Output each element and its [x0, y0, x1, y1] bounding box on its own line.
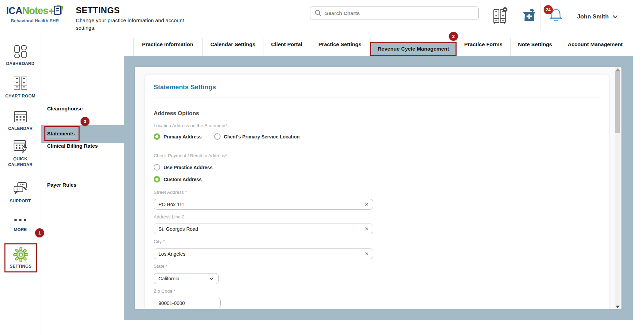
zip-code-label: Zip Code *	[154, 289, 176, 294]
prescription-icon[interactable]	[522, 9, 537, 24]
radio-use-practice-address-row: Use Practice Address	[154, 164, 212, 171]
state-select-value: California	[158, 276, 179, 281]
radio-custom-address-row: Custom Address	[154, 176, 202, 183]
vertical-scrollbar	[615, 67, 620, 309]
document-icon	[53, 4, 64, 18]
app-header: ICANotes+ Behavioral Health EHR SETTINGS…	[0, 0, 644, 33]
city-label: City *	[154, 239, 165, 244]
submenu-item-clinical-billing-rates[interactable]: Clinical Billing Rates	[47, 143, 98, 149]
scroll-up-arrow[interactable]	[616, 68, 620, 71]
statements-settings-card: Statements Settings Address Options Loca…	[145, 75, 609, 309]
icanotes-logo[interactable]: ICANotes+ Behavioral Health EHR	[6, 4, 71, 23]
radio-on-icon	[154, 133, 160, 140]
zip-code-input[interactable]	[154, 298, 221, 308]
more-dots-icon	[14, 219, 26, 221]
annotation-box-revenue-cycle-tab: Revenue Cycle Management	[370, 42, 457, 56]
calendar-icon	[13, 109, 28, 124]
sidebar-item-support[interactable]: SUPPORT	[0, 181, 41, 204]
search-icon	[314, 9, 322, 17]
annotation-step-3-badge: 3	[81, 117, 89, 126]
scroll-down-arrow[interactable]	[616, 306, 620, 308]
dashboard-icon	[13, 44, 28, 59]
tab-revenue-cycle-management[interactable]: Revenue Cycle Management	[370, 33, 457, 56]
notification-count-badge: 24	[544, 5, 553, 14]
user-menu[interactable]: John Smith	[577, 0, 618, 33]
sidebar-item-quick-calendar[interactable]: QUICK CALENDAR	[0, 138, 41, 168]
address-line-2-label: Address Line 2	[154, 214, 184, 219]
user-name: John Smith	[577, 13, 609, 20]
tab-calendar-settings[interactable]: Calendar Settings	[202, 33, 264, 56]
logo-tagline: Behavioral Health EHR	[6, 18, 64, 23]
sidebar-item-dashboard[interactable]: DASHBOARD	[0, 44, 41, 67]
annotation-step-2-badge: 2	[449, 32, 458, 41]
tab-practice-information[interactable]: Practice Information	[133, 33, 202, 56]
street-address-label: Street Address *	[154, 190, 187, 195]
address-line-2-input[interactable]	[154, 224, 373, 234]
location-address-label: Location Address on the Statement*	[154, 123, 227, 128]
radio-custom-address[interactable]: Custom Address	[154, 176, 202, 183]
street-address-field-box: ✕	[154, 199, 373, 210]
tab-practice-settings[interactable]: Practice Settings	[310, 33, 370, 56]
scrollbar-thumb[interactable]	[615, 71, 620, 133]
gear-icon	[13, 247, 29, 263]
support-chat-icon	[13, 181, 28, 196]
state-select[interactable]: California	[154, 273, 219, 284]
tab-practice-forms[interactable]: Practice Forms	[457, 33, 510, 56]
quick-calendar-icon	[13, 138, 28, 154]
submenu-item-clearinghouse[interactable]: Clearinghouse	[47, 106, 83, 111]
icanotes-settings-page: ICANotes+ Behavioral Health EHR SETTINGS…	[0, 0, 644, 335]
address-options-title: Address Options	[154, 110, 199, 117]
sidebar-item-settings[interactable]: SETTINGS	[4, 243, 37, 272]
chevron-down-icon	[209, 277, 214, 280]
logo-wordmark: ICANotes+	[6, 4, 71, 18]
logo-notes: Notes	[22, 5, 48, 16]
city-field-box: ✕	[154, 249, 373, 259]
clear-icon[interactable]: ✕	[364, 251, 369, 257]
chart-room-icon	[13, 76, 28, 91]
sidebar-item-chart-room[interactable]: CHART ROOM	[0, 76, 41, 99]
heading-divider	[154, 97, 601, 97]
card-heading: Statements Settings	[154, 83, 216, 91]
search-input[interactable]	[325, 10, 474, 16]
page-title: SETTINGS	[76, 5, 206, 15]
header-divider	[541, 3, 541, 30]
radio-off-icon	[154, 164, 160, 171]
zip-code-field-box	[154, 298, 221, 308]
page-subtitle: Change your practice information and acc…	[76, 17, 195, 32]
submenu-item-payer-rules[interactable]: Payer Rules	[47, 182, 76, 188]
settings-tabs: Practice Information Calendar Settings C…	[133, 33, 630, 56]
radio-off-icon	[214, 133, 221, 140]
notifications-bell[interactable]: 24	[548, 8, 566, 25]
sidebar-item-calendar[interactable]: CALENDAR	[0, 109, 41, 132]
annotation-step-1-badge: 1	[35, 228, 44, 237]
annotation-box-statements	[44, 126, 80, 141]
main-nav-sidebar: DASHBOARD CHART ROOM	[0, 33, 41, 335]
tab-note-settings[interactable]: Note Settings	[510, 33, 560, 56]
clear-icon[interactable]: ✕	[364, 226, 369, 232]
settings-submenu: Clearinghouse Customize Invoices Clinica…	[41, 33, 124, 335]
radio-on-icon	[154, 176, 160, 183]
radio-use-practice-address[interactable]: Use Practice Address	[154, 164, 212, 171]
clear-icon[interactable]: ✕	[364, 201, 369, 207]
address-line-2-field-box: ✕	[154, 224, 373, 234]
tab-account-management[interactable]: Account Management	[560, 33, 630, 56]
content-scroll-region: Statements Settings Address Options Loca…	[135, 67, 621, 309]
tab-client-portal[interactable]: Client Portal	[264, 33, 310, 56]
remit-address-label: Check Payment / Remit to Address*	[154, 153, 227, 158]
page-title-block: SETTINGS Change your practice informatio…	[76, 5, 206, 32]
create-chart-icon[interactable]	[493, 7, 508, 26]
chevron-down-icon	[613, 15, 618, 18]
search-charts-box	[310, 6, 479, 19]
location-address-radio-group: Primary Address Client's Primary Service…	[154, 133, 300, 140]
radio-primary-address[interactable]: Primary Address	[154, 133, 202, 140]
radio-clients-primary-service-location[interactable]: Client's Primary Service Location	[214, 133, 300, 140]
sidebar-item-more[interactable]: MORE	[0, 215, 41, 233]
city-input[interactable]	[154, 249, 373, 259]
state-label: State *	[154, 264, 168, 269]
street-address-input[interactable]	[154, 199, 373, 210]
logo-ica: ICA	[6, 5, 22, 16]
